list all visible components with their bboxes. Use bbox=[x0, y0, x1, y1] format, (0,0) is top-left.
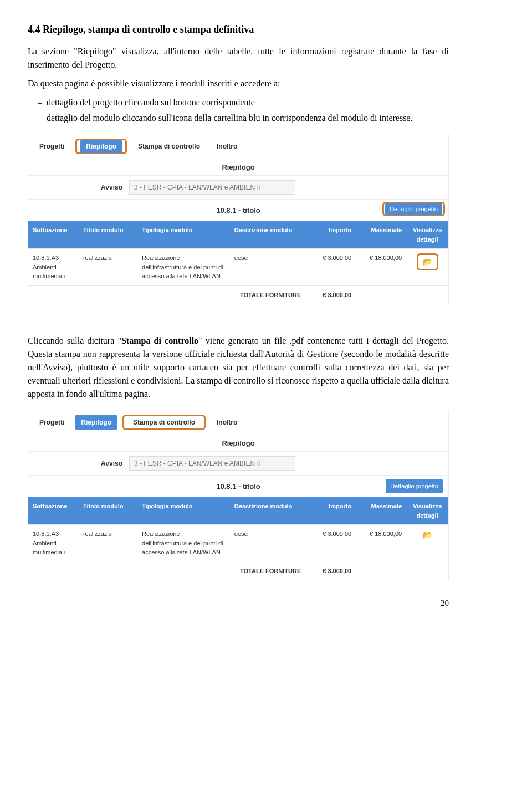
avviso-label-2: Avviso bbox=[34, 458, 122, 468]
cell-massimale-2: € 18.000,00 bbox=[356, 525, 406, 562]
panel-title-2: Riepilogo bbox=[28, 435, 448, 451]
tab-bar: Progetti Riepilogo Stampa di controllo I… bbox=[28, 134, 448, 159]
cell-massimale: € 18.000,00 bbox=[356, 249, 406, 286]
table-row-2: 10.8.1.A3 Ambienti multimediali realizza… bbox=[28, 525, 448, 562]
total-label: TOTALE FORNITURE bbox=[28, 285, 305, 304]
page-number: 20 bbox=[28, 597, 449, 610]
cell-titolo: realizzazio bbox=[79, 249, 137, 286]
cell-importo-2: € 3.000,00 bbox=[305, 525, 356, 562]
th-titolo: Titolo modulo bbox=[79, 221, 137, 249]
subheader-title-2: 10.8.1 - titolo bbox=[216, 481, 260, 492]
subheader-row-2: 10.8.1 - titolo Dettaglio progetto bbox=[28, 475, 448, 498]
th-visualizza: Visualizza dettagli bbox=[406, 221, 448, 249]
paragraph-2: Da questa pagina è possibile visualizzar… bbox=[28, 77, 449, 90]
panel-title: Riepilogo bbox=[28, 159, 448, 175]
cell-visualizza: 📂 bbox=[406, 249, 448, 286]
subheader-row: 10.8.1 - titolo Dettaglio progetto bbox=[28, 199, 448, 222]
tab-bar-2: Progetti Riepilogo Stampa di controllo I… bbox=[28, 410, 448, 435]
cell-tipologia-2: Realizzazione dell'infrastruttura e dei … bbox=[137, 525, 230, 562]
th-tipologia: Tipologia modulo bbox=[137, 221, 230, 249]
highlight-dettaglio-btn: Dettaglio progetto bbox=[382, 202, 445, 216]
folder-open-icon-2[interactable]: 📂 bbox=[423, 529, 432, 541]
table-total-row-2: TOTALE FORNITURE € 3.000,00 bbox=[28, 562, 448, 580]
bullet-item-1: dettaglio del progetto cliccando sul bot… bbox=[38, 96, 449, 109]
tab-stampa-controllo-2[interactable]: Stampa di controllo bbox=[127, 416, 201, 429]
tab-riepilogo-2[interactable]: Riepilogo bbox=[75, 415, 117, 430]
cell-importo: € 3.000,00 bbox=[305, 249, 356, 286]
dettaglio-progetto-button[interactable]: Dettaglio progetto bbox=[385, 203, 442, 215]
cell-sottoazione: 10.8.1.A3 Ambienti multimediali bbox=[28, 249, 79, 286]
th-titolo-2: Titolo modulo bbox=[79, 497, 137, 525]
table-total-row: TOTALE FORNITURE € 3.000,00 bbox=[28, 285, 448, 304]
th-importo-2: Importo bbox=[305, 497, 356, 525]
th-massimale-2: Massimale bbox=[356, 497, 406, 525]
tab-progetti-2[interactable]: Progetti bbox=[34, 415, 70, 430]
th-sottoazione: Sottoazione bbox=[28, 221, 79, 249]
th-massimale: Massimale bbox=[356, 221, 406, 249]
total-value: € 3.000,00 bbox=[305, 285, 356, 304]
screenshot-stampa-controllo: Progetti Riepilogo Stampa di controllo I… bbox=[28, 410, 449, 580]
avviso-input[interactable] bbox=[129, 180, 295, 195]
summary-table-2: Sottoazione Titolo modulo Tipologia modu… bbox=[28, 497, 448, 580]
paragraph-1: La sezione "Riepilogo" visualizza, all'i… bbox=[28, 45, 449, 72]
dettaglio-progetto-button-2[interactable]: Dettaglio progetto bbox=[386, 479, 443, 494]
tab-riepilogo[interactable]: Riepilogo bbox=[80, 140, 122, 153]
avviso-row: Avviso bbox=[28, 175, 448, 199]
highlight-riepilogo: Riepilogo bbox=[75, 139, 127, 154]
th-sottoazione-2: Sottoazione bbox=[28, 497, 79, 525]
tab-inoltro-2[interactable]: Inoltro bbox=[211, 415, 243, 430]
avviso-label: Avviso bbox=[34, 182, 122, 192]
tab-stampa-controllo[interactable]: Stampa di controllo bbox=[132, 139, 206, 154]
bullet-item-2: dettaglio del modulo cliccando sull'icon… bbox=[38, 111, 449, 125]
th-descrizione: Descrizione modulo bbox=[230, 221, 305, 249]
folder-open-icon[interactable]: 📂 bbox=[423, 256, 432, 268]
th-descrizione-2: Descrizione modulo bbox=[230, 497, 305, 525]
highlight-stampa-tab: Stampa di controllo bbox=[122, 415, 206, 430]
total-label-2: TOTALE FORNITURE bbox=[28, 562, 305, 580]
summary-table: Sottoazione Titolo modulo Tipologia modu… bbox=[28, 221, 448, 304]
th-visualizza-2: Visualizza dettagli bbox=[406, 497, 448, 525]
screenshot-riepilogo: Progetti Riepilogo Stampa di controllo I… bbox=[28, 134, 449, 304]
tab-progetti[interactable]: Progetti bbox=[34, 139, 70, 154]
cell-sottoazione-2: 10.8.1.A3 Ambienti multimediali bbox=[28, 525, 79, 562]
cell-descrizione-2: descr bbox=[230, 525, 305, 562]
tab-inoltro[interactable]: Inoltro bbox=[211, 139, 243, 154]
avviso-row-2: Avviso bbox=[28, 451, 448, 475]
bullet-list: dettaglio del progetto cliccando sul bot… bbox=[28, 96, 449, 125]
cell-tipologia: Realizzazione dell'infrastruttura e dei … bbox=[137, 249, 230, 286]
section-heading: 4.4 Riepilogo, stampa di controllo e sta… bbox=[28, 22, 449, 37]
avviso-input-2[interactable] bbox=[129, 456, 295, 471]
total-value-2: € 3.000,00 bbox=[305, 562, 356, 580]
subheader-title: 10.8.1 - titolo bbox=[216, 205, 260, 216]
paragraph-3: Cliccando sulla dicitura "Stampa di cont… bbox=[28, 334, 449, 401]
highlight-folder-icon: 📂 bbox=[417, 253, 438, 270]
table-row: 10.8.1.A3 Ambienti multimediali realizza… bbox=[28, 249, 448, 286]
th-importo: Importo bbox=[305, 221, 356, 249]
th-tipologia-2: Tipologia modulo bbox=[137, 497, 230, 525]
cell-titolo-2: realizzazio bbox=[79, 525, 137, 562]
cell-visualizza-2: 📂 bbox=[406, 525, 448, 562]
cell-descrizione: descr bbox=[230, 249, 305, 286]
